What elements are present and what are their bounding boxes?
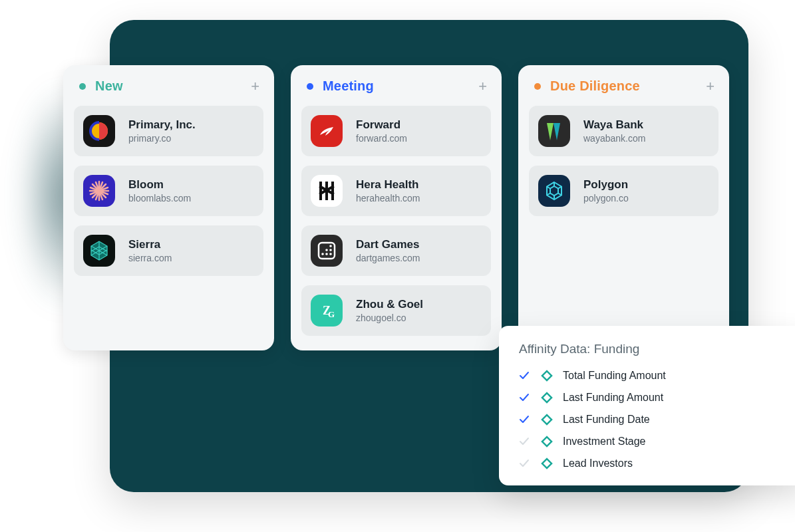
svg-point-27 [329,249,332,251]
check-icon [519,370,531,381]
card-text: Primary, Inc. primary.co [128,118,196,145]
svg-point-23 [321,253,324,255]
svg-point-28 [329,245,332,247]
company-logo-primary [83,115,115,147]
card-text: Forward forward.com [356,118,407,145]
diamond-icon [541,436,553,448]
company-name: Hera Health [356,178,420,192]
company-name: Primary, Inc. [128,118,196,132]
company-card[interactable]: Bloom bloomlabs.com [74,166,263,216]
company-domain: wayabank.com [583,133,645,145]
company-logo-hera [311,175,343,207]
company-card[interactable]: Waya Bank wayabank.com [529,106,718,156]
affinity-title: Affinity Data: Funding [519,342,785,356]
add-card-button[interactable]: + [706,79,715,94]
company-domain: dartgames.com [356,253,420,265]
company-card[interactable]: Dart Games dartgames.com [301,225,491,276]
column-title-wrap: New [79,78,123,94]
company-card[interactable]: Z G Zhou & Goel zhougoel.co [301,285,491,336]
svg-point-26 [325,249,328,251]
svg-rect-45 [542,393,552,402]
affinity-item-label: Total Funding Amount [563,370,666,382]
check-icon [519,392,531,403]
svg-rect-44 [542,371,552,380]
company-name: Forward [356,118,407,132]
company-domain: sierra.com [128,253,172,265]
svg-point-24 [325,253,328,255]
kanban-board: New + Primary, Inc. primary.co [63,65,729,350]
card-text: Hera Health herahealth.com [356,178,420,205]
company-logo-polygon [538,175,570,207]
affinity-item[interactable]: Total Funding Amount [519,370,785,382]
company-logo-bloom [83,175,115,207]
card-text: Bloom bloomlabs.com [128,178,191,205]
company-logo-dart [311,235,343,267]
column-title-wrap: Meeting [307,78,374,94]
company-card[interactable]: Polygon polygon.co [529,166,718,216]
column-title: Meeting [323,78,374,94]
company-domain: herahealth.com [356,193,420,205]
diamond-icon [541,458,553,469]
svg-point-25 [329,253,332,255]
affinity-item[interactable]: Last Funding Date [519,414,785,426]
card-text: Waya Bank wayabank.com [583,118,645,145]
company-name: Bloom [128,178,191,192]
svg-rect-46 [542,415,552,424]
affinity-item[interactable]: Lead Investors [519,458,785,469]
column-header: Due Diligence + [529,76,718,106]
company-domain: zhougoel.co [356,313,423,325]
status-dot [79,83,86,90]
company-domain: polygon.co [583,193,629,205]
column-title-wrap: Due Diligence [534,78,640,94]
kanban-column-due-diligence: Due Diligence + Waya Bank wayabank.com [518,65,729,350]
company-name: Dart Games [356,237,420,251]
company-domain: primary.co [128,133,196,145]
card-text: Dart Games dartgames.com [356,237,420,265]
affinity-item-label: Investment Stage [563,436,646,448]
company-domain: bloomlabs.com [128,193,191,205]
company-name: Waya Bank [583,118,645,132]
diamond-icon [541,370,553,382]
company-name: Sierra [128,237,172,251]
affinity-item[interactable]: Last Funding Amount [519,392,785,404]
column-header: New + [74,76,263,106]
affinity-item-label: Last Funding Amount [563,392,663,404]
add-card-button[interactable]: + [251,79,259,94]
svg-rect-47 [542,437,552,446]
company-logo-sierra [83,235,115,267]
affinity-item[interactable]: Investment Stage [519,436,785,448]
diamond-icon [541,392,553,404]
column-title: Due Diligence [550,78,640,94]
diamond-icon [541,414,553,426]
check-icon [519,436,531,447]
svg-rect-35 [538,175,570,207]
company-name: Polygon [583,178,629,192]
company-card[interactable]: Primary, Inc. primary.co [74,106,263,156]
status-dot [307,83,313,90]
kanban-column-meeting: Meeting + Forward forward.com [291,65,502,350]
company-card[interactable]: Hera Health herahealth.com [301,166,491,216]
add-card-button[interactable]: + [478,79,487,94]
svg-text:G: G [328,309,335,319]
affinity-item-label: Lead Investors [563,458,633,469]
svg-rect-48 [542,459,552,468]
company-card[interactable]: Sierra sierra.com [74,225,263,276]
company-logo-forward [311,115,343,147]
card-text: Polygon polygon.co [583,178,629,205]
company-card[interactable]: Forward forward.com [301,106,491,156]
kanban-column-new: New + Primary, Inc. primary.co [63,65,274,350]
status-dot [534,83,541,90]
svg-rect-32 [538,115,570,147]
column-header: Meeting + [301,76,491,106]
column-title: New [95,78,123,94]
company-domain: forward.com [356,133,407,145]
company-name: Zhou & Goel [356,297,423,311]
check-icon [519,414,531,425]
card-text: Sierra sierra.com [128,237,172,265]
affinity-data-panel: Affinity Data: Funding Total Funding Amo… [499,326,795,485]
card-text: Zhou & Goel zhougoel.co [356,297,423,325]
company-logo-waya [538,115,570,147]
check-icon [519,458,531,469]
company-logo-zhou: Z G [311,295,343,327]
affinity-item-label: Last Funding Date [563,414,650,426]
